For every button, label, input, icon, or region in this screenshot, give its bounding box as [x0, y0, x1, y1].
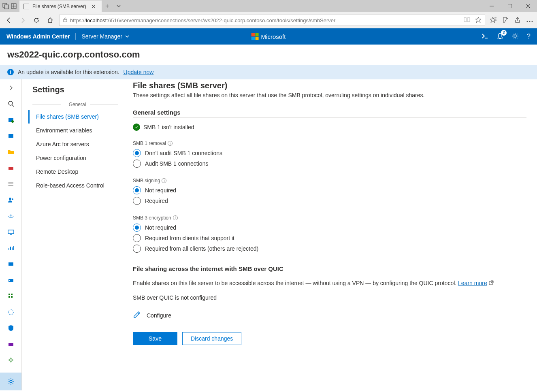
radio-dont-audit[interactable]: Don't audit SMB 1 connections	[133, 148, 526, 158]
rail-services-icon[interactable]	[7, 341, 15, 348]
nav-item-rbac[interactable]: Role-based Access Control	[28, 179, 122, 192]
svg-rect-20	[9, 167, 13, 170]
rail-files-icon[interactable]	[7, 148, 15, 156]
rail-azure-icon[interactable]	[7, 132, 15, 140]
window-minimize-button[interactable]	[482, 0, 501, 12]
smb1-removal-label: SMB 1 removal i	[133, 141, 526, 146]
rail-grid-icon[interactable]	[7, 292, 15, 300]
tab-favicon	[23, 4, 29, 9]
share-icon[interactable]	[514, 17, 521, 24]
rail-shield-icon[interactable]	[7, 324, 15, 332]
back-button[interactable]	[4, 15, 14, 25]
svg-rect-33	[9, 248, 9, 250]
external-link-icon	[489, 280, 494, 286]
radio-enc-all[interactable]: Required from all clients (others are re…	[133, 243, 526, 254]
update-now-link[interactable]: Update now	[124, 69, 154, 75]
help-icon[interactable]: ?	[527, 33, 531, 40]
content-pane: File shares (SMB server) These settings …	[122, 79, 537, 390]
nav-item-remote-desktop[interactable]: Remote Desktop	[28, 165, 122, 179]
svg-rect-1	[4, 5, 9, 9]
favorites-icon[interactable]	[489, 17, 497, 24]
rail-cert-icon[interactable]	[7, 164, 15, 172]
server-name-heading: ws2022-quic.corp.contoso.com	[7, 49, 530, 60]
rail-perf-icon[interactable]	[7, 245, 15, 252]
svg-point-44	[9, 310, 13, 315]
notes-icon[interactable]	[502, 17, 509, 24]
learn-more-link[interactable]: Learn more	[458, 280, 487, 286]
rail-settings-active[interactable]	[0, 373, 21, 390]
powershell-icon[interactable]	[482, 33, 489, 40]
settings-gear-icon[interactable]	[511, 32, 519, 41]
window-icon-restore[interactable]	[11, 3, 17, 9]
svg-point-12	[529, 21, 531, 22]
svg-point-13	[532, 21, 533, 22]
tool-rail	[0, 79, 22, 390]
nav-item-env-vars[interactable]: Environment variables	[28, 124, 122, 137]
rail-circle-icon[interactable]	[7, 309, 15, 316]
refresh-button[interactable]	[32, 15, 41, 25]
radio-signing-not-required[interactable]: Not required	[133, 185, 526, 196]
reading-view-icon[interactable]	[464, 17, 470, 24]
smb1-status-row: ✓ SMB 1 isn't installed	[133, 124, 526, 131]
window-maximize-button[interactable]	[501, 0, 519, 12]
discard-button[interactable]: Discard changes	[182, 332, 241, 345]
quic-heading: File sharing across the internet with SM…	[133, 265, 526, 274]
rail-overview-icon[interactable]	[7, 116, 15, 124]
general-settings-heading: General settings	[133, 109, 526, 118]
rail-search-icon[interactable]	[7, 100, 15, 108]
rail-app-icon[interactable]	[7, 260, 15, 268]
rail-monitor-icon[interactable]	[7, 228, 15, 236]
page-title-bar: ws2022-quic.corp.contoso.com	[0, 45, 537, 65]
tab-close-icon[interactable]: ✕	[90, 3, 98, 10]
save-button[interactable]: Save	[133, 332, 177, 345]
svg-rect-43	[11, 296, 13, 298]
svg-point-27	[9, 198, 11, 200]
quic-description: Enable shares on this file server to be …	[133, 280, 526, 286]
home-button[interactable]	[45, 15, 55, 25]
rail-users-icon[interactable]	[7, 196, 15, 204]
window-icon-cascade[interactable]	[2, 3, 9, 9]
window-close-button[interactable]	[519, 0, 537, 12]
svg-rect-37	[9, 262, 13, 266]
banner-text: An update is available for this extensio…	[18, 69, 119, 75]
notification-badge: 2	[501, 30, 507, 36]
smb-signing-group: Not required Required	[133, 185, 526, 206]
radio-signing-required[interactable]: Required	[133, 196, 526, 206]
rail-network-icon[interactable]	[7, 213, 15, 220]
favorite-star-icon[interactable]	[475, 17, 482, 24]
rail-chevron-icon[interactable]	[7, 84, 15, 92]
content-subtitle: These settings affect all file shares on…	[133, 92, 526, 98]
radio-enc-not-required[interactable]: Not required	[133, 222, 526, 233]
info-icon[interactable]: i	[168, 141, 173, 146]
info-icon[interactable]: i	[162, 178, 166, 183]
radio-audit[interactable]: Audit SMB 1 connections	[133, 158, 526, 169]
url-text: https://localhost:6516/servermanager/con…	[70, 17, 461, 23]
app-title[interactable]: Windows Admin Center	[6, 33, 76, 40]
nav-item-azure-arc[interactable]: Azure Arc for servers	[28, 137, 122, 151]
configure-button[interactable]: Configure	[133, 311, 526, 320]
tab-list-chevron-icon[interactable]	[113, 0, 124, 12]
forward-button[interactable]	[18, 15, 28, 25]
svg-rect-36	[13, 246, 14, 250]
new-tab-button[interactable]: +	[102, 0, 113, 12]
nav-item-file-shares[interactable]: File shares (SMB server)	[28, 110, 122, 124]
rail-gear-green-icon[interactable]	[7, 357, 15, 364]
breadcrumb[interactable]: Server Manager	[76, 33, 129, 40]
check-icon: ✓	[133, 124, 140, 131]
action-buttons: Save Discard changes	[133, 332, 526, 345]
notifications-icon[interactable]: 2	[497, 32, 503, 41]
smb1-removal-group: Don't audit SMB 1 connections Audit SMB …	[133, 148, 526, 169]
browser-toolbar: https://localhost:6516/servermanager/con…	[0, 12, 537, 28]
address-bar[interactable]: https://localhost:6516/servermanager/con…	[59, 15, 485, 26]
window-title-bar: File shares (SMB server) ✕ +	[0, 0, 537, 12]
settings-nav: Settings General File shares (SMB server…	[22, 79, 122, 390]
rail-registry-icon[interactable]	[7, 277, 15, 284]
svg-point-11	[527, 21, 528, 22]
browser-tab[interactable]: File shares (SMB server) ✕	[19, 0, 102, 12]
more-icon[interactable]	[526, 17, 533, 23]
info-icon[interactable]: i	[173, 215, 178, 220]
radio-enc-supported[interactable]: Required from clients that support it	[133, 233, 526, 243]
nav-item-power[interactable]: Power configuration	[28, 151, 122, 165]
settings-group-label: General	[32, 102, 122, 107]
rail-list-icon[interactable]	[7, 180, 15, 187]
